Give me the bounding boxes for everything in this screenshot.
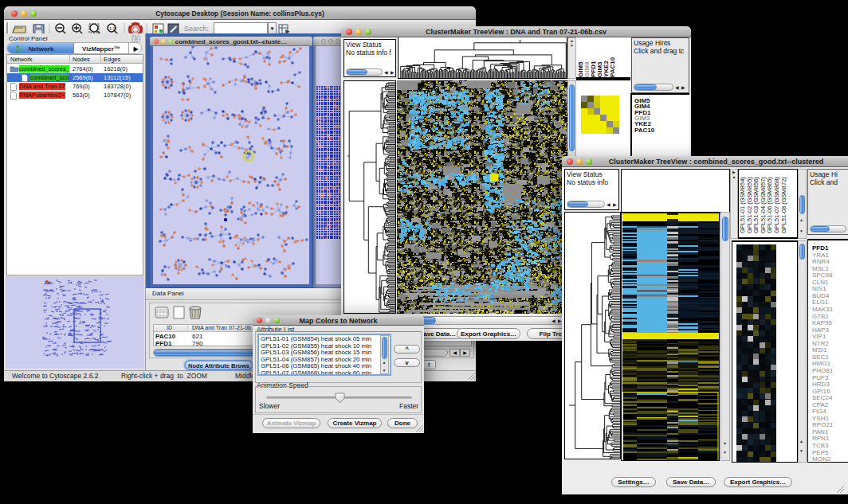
svg-text:1:1: 1:1	[109, 26, 116, 31]
